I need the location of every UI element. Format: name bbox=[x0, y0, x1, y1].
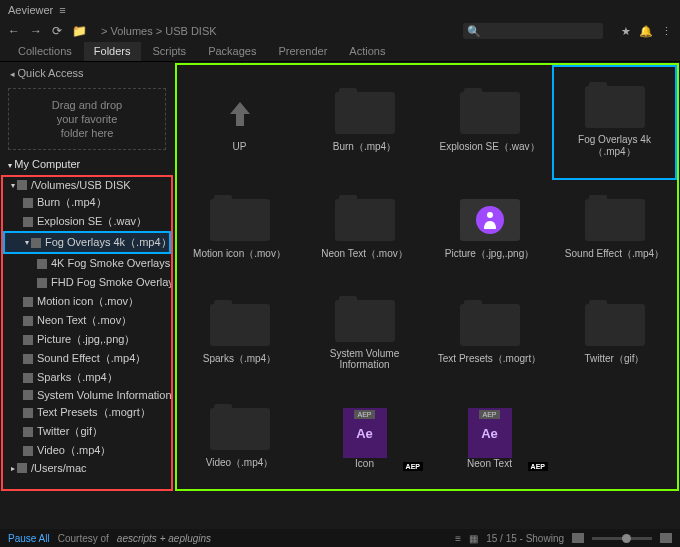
tree-twitter[interactable]: Twitter（gif） bbox=[3, 422, 171, 441]
zoom-slider[interactable] bbox=[592, 537, 652, 540]
folder-icon bbox=[37, 278, 47, 288]
folder-icon bbox=[17, 463, 27, 473]
grid-up[interactable]: UP bbox=[177, 65, 302, 180]
grid-icon[interactable]: ▦ bbox=[469, 533, 478, 544]
back-icon[interactable]: ← bbox=[8, 24, 20, 38]
folder-icon bbox=[585, 304, 645, 346]
folder-icon bbox=[17, 180, 27, 190]
tree-picture[interactable]: Picture（.jpg,.png） bbox=[3, 330, 171, 349]
tree-sysvol[interactable]: System Volume Information bbox=[3, 387, 171, 403]
folder-icon bbox=[335, 199, 395, 241]
quick-access[interactable]: Quick Access bbox=[0, 62, 174, 84]
folder-icon bbox=[585, 199, 645, 241]
refresh-icon[interactable]: ⟳ bbox=[52, 24, 62, 38]
aep-badge: AEP bbox=[528, 462, 548, 471]
folder-icon bbox=[23, 217, 33, 227]
folder-icon bbox=[335, 300, 395, 342]
grid-empty bbox=[552, 389, 677, 489]
folder-icon bbox=[23, 373, 33, 383]
tab-prerender[interactable]: Prerender bbox=[268, 42, 337, 61]
app-title: Aeviewer bbox=[8, 4, 53, 16]
grid-presets[interactable]: Text Presets（.mogrt） bbox=[427, 281, 552, 389]
dropzone-line3: folder here bbox=[61, 127, 114, 139]
list-icon[interactable]: ≡ bbox=[455, 533, 461, 544]
tab-actions[interactable]: Actions bbox=[339, 42, 395, 61]
view-small-icon[interactable] bbox=[572, 533, 584, 543]
folder-icon bbox=[23, 316, 33, 326]
folder-icon bbox=[23, 427, 33, 437]
tree-sparks[interactable]: Sparks（.mp4） bbox=[3, 368, 171, 387]
my-computer[interactable]: My Computer bbox=[0, 154, 174, 174]
pause-all[interactable]: Pause All bbox=[8, 533, 50, 544]
more-icon[interactable]: ⋮ bbox=[661, 25, 672, 38]
view-large-icon[interactable] bbox=[660, 533, 672, 543]
grid-fog[interactable]: Fog Overlays 4k（.mp4） bbox=[552, 65, 677, 180]
grid-neon[interactable]: Neon Text（.mov） bbox=[302, 180, 427, 280]
tree-mac[interactable]: /Users/mac bbox=[3, 460, 171, 476]
folder-icon[interactable]: 📁 bbox=[72, 24, 87, 38]
grid-icon-aep[interactable]: AeIconAEP bbox=[302, 389, 427, 489]
grid-twitter[interactable]: Twitter（gif） bbox=[552, 281, 677, 389]
folder-icon bbox=[37, 259, 47, 269]
tree-video[interactable]: Video（.mp4） bbox=[3, 441, 171, 460]
folder-icon bbox=[23, 335, 33, 345]
grid: UP Burn（.mp4） Explosion SE（.wav） Fog Ove… bbox=[175, 63, 679, 491]
folder-icon bbox=[23, 198, 33, 208]
tree-burn[interactable]: Burn（.mp4） bbox=[3, 193, 171, 212]
aescripts-logo[interactable]: aescripts + aeplugins bbox=[117, 533, 211, 544]
grid-sysvol[interactable]: System Volume Information bbox=[302, 281, 427, 389]
folder-icon bbox=[335, 92, 395, 134]
grid-motion[interactable]: Motion icon（.mov） bbox=[177, 180, 302, 280]
dropzone[interactable]: Drag and drop your favorite folder here bbox=[8, 88, 166, 150]
folder-icon bbox=[23, 446, 33, 456]
grid-sparks[interactable]: Sparks（.mp4） bbox=[177, 281, 302, 389]
folder-icon bbox=[460, 92, 520, 134]
tree-sound[interactable]: Sound Effect（.mp4） bbox=[3, 349, 171, 368]
folder-icon bbox=[210, 304, 270, 346]
aep-icon: Ae bbox=[468, 408, 512, 458]
aep-badge: AEP bbox=[403, 462, 423, 471]
picture-thumb bbox=[460, 199, 520, 241]
count-label: 15 / 15 - Showing bbox=[486, 533, 564, 544]
tree-fog[interactable]: Fog Overlays 4k（.mp4） bbox=[3, 231, 171, 254]
grid-video[interactable]: Video（.mp4） bbox=[177, 389, 302, 489]
grid-burn[interactable]: Burn（.mp4） bbox=[302, 65, 427, 180]
folder-icon bbox=[23, 390, 33, 400]
svg-point-0 bbox=[487, 212, 493, 218]
menu-icon[interactable]: ≡ bbox=[59, 4, 65, 16]
breadcrumb: > Volumes > USB DISK bbox=[101, 25, 217, 37]
tree-neon[interactable]: Neon Text（.mov） bbox=[3, 311, 171, 330]
grid-sound[interactable]: Sound Effect（.mp4） bbox=[552, 180, 677, 280]
search-input[interactable]: 🔍 bbox=[463, 23, 603, 39]
courtesy-label: Courtesy of bbox=[58, 533, 109, 544]
tree-fog4k[interactable]: 4K Fog Smoke Overlays（.mp4） bbox=[3, 254, 171, 273]
tree-presets[interactable]: Text Presets（.mogrt） bbox=[3, 403, 171, 422]
tree-fogfhd[interactable]: FHD Fog Smoke Overlays（.mp4） bbox=[3, 273, 171, 292]
tree-root[interactable]: /Volumes/USB DISK bbox=[3, 177, 171, 193]
folder-icon bbox=[23, 354, 33, 364]
forward-icon[interactable]: → bbox=[30, 24, 42, 38]
person-icon bbox=[476, 206, 504, 234]
dropzone-line1: Drag and drop bbox=[52, 99, 122, 111]
breadcrumb-volumes[interactable]: Volumes bbox=[110, 25, 152, 37]
breadcrumb-usbdisk[interactable]: USB DISK bbox=[165, 25, 216, 37]
grid-explosion[interactable]: Explosion SE（.wav） bbox=[427, 65, 552, 180]
grid-neontext-aep[interactable]: AeNeon TextAEP bbox=[427, 389, 552, 489]
tab-collections[interactable]: Collections bbox=[8, 42, 82, 61]
aep-icon: Ae bbox=[343, 408, 387, 458]
folder-icon bbox=[460, 304, 520, 346]
grid-picture[interactable]: Picture（.jpg,.png） bbox=[427, 180, 552, 280]
bell-icon[interactable]: 🔔 bbox=[639, 25, 653, 38]
folder-icon bbox=[23, 297, 33, 307]
star-icon[interactable]: ★ bbox=[621, 25, 631, 38]
tab-scripts[interactable]: Scripts bbox=[143, 42, 197, 61]
tab-packages[interactable]: Packages bbox=[198, 42, 266, 61]
tree: /Volumes/USB DISK Burn（.mp4） Explosion S… bbox=[1, 175, 173, 491]
tab-folders[interactable]: Folders bbox=[84, 42, 141, 61]
folder-icon bbox=[210, 408, 270, 450]
folder-icon bbox=[585, 86, 645, 128]
tree-motion[interactable]: Motion icon（.mov） bbox=[3, 292, 171, 311]
up-icon bbox=[210, 93, 270, 135]
dropzone-line2: your favorite bbox=[57, 113, 118, 125]
tree-explosion[interactable]: Explosion SE（.wav） bbox=[3, 212, 171, 231]
